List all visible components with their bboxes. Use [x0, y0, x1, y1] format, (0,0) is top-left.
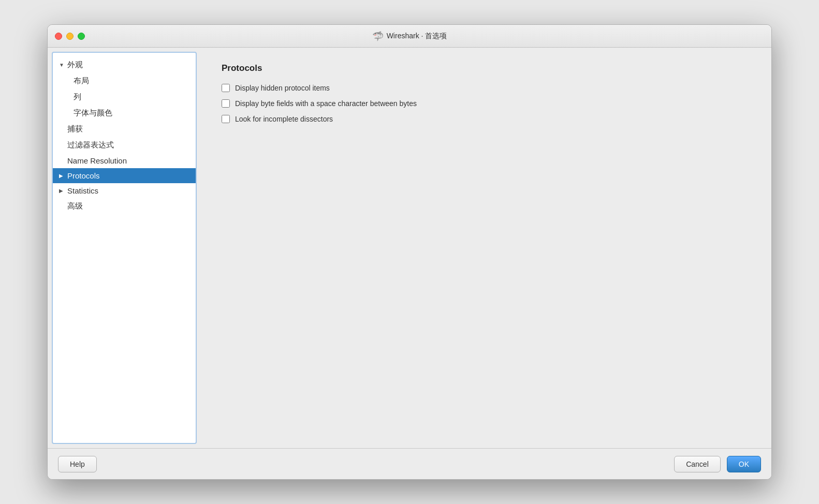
checkbox-row-hidden-protocol: Display hidden protocol items [222, 84, 751, 92]
main-window: 🦈 Wireshark · 首选项 ▼ 外观 布局 列 字体与颜色 [47, 24, 772, 480]
sidebar-item-label: 布局 [74, 76, 89, 86]
checkbox-byte-fields[interactable] [222, 99, 230, 108]
sidebar-item-advanced[interactable]: 高级 [53, 198, 196, 214]
sidebar-item-label: Protocols [67, 171, 189, 180]
window-title: 🦈 Wireshark · 首选项 [372, 31, 447, 42]
checkbox-label-hidden-protocol[interactable]: Display hidden protocol items [235, 84, 330, 92]
sidebar-item-layout[interactable]: 布局 [53, 73, 196, 89]
sidebar-item-label: Statistics [67, 186, 189, 195]
sidebar-item-capture[interactable]: 捕获 [53, 121, 196, 137]
title-text: Wireshark · 首选项 [387, 32, 447, 41]
footer-right-buttons: Cancel OK [674, 456, 761, 472]
sidebar-item-label: 捕获 [67, 124, 189, 134]
checkbox-hidden-protocol[interactable] [222, 84, 230, 92]
sidebar-item-font-colors[interactable]: 字体与颜色 [53, 105, 196, 121]
app-icon: 🦈 [372, 31, 384, 42]
sidebar-item-label: 高级 [67, 201, 189, 211]
chevron-right-icon: ▶ [59, 173, 67, 179]
sidebar-item-label: 过滤器表达式 [67, 140, 189, 150]
checkbox-incomplete-dissectors[interactable] [222, 115, 230, 123]
checkbox-row-byte-fields: Display byte fields with a space charact… [222, 99, 751, 108]
ok-button[interactable]: OK [727, 456, 761, 472]
sidebar-item-label: 字体与颜色 [74, 108, 112, 118]
cancel-button[interactable]: Cancel [674, 456, 721, 472]
sidebar-item-statistics[interactable]: ▶ Statistics [53, 183, 196, 198]
checkbox-row-incomplete-dissectors: Look for incomplete dissectors [222, 115, 751, 123]
sidebar: ▼ 外观 布局 列 字体与颜色 捕获 过滤器表达式 [52, 52, 197, 444]
chevron-right-icon: ▶ [59, 188, 67, 194]
minimize-button[interactable] [66, 33, 74, 40]
sidebar-item-name-resolution[interactable]: Name Resolution [53, 153, 196, 168]
checkbox-label-incomplete-dissectors[interactable]: Look for incomplete dissectors [235, 115, 333, 123]
sidebar-item-appearance[interactable]: ▼ 外观 [53, 57, 196, 73]
window-body: ▼ 外观 布局 列 字体与颜色 捕获 过滤器表达式 [48, 48, 771, 448]
sidebar-item-columns[interactable]: 列 [53, 89, 196, 105]
titlebar: 🦈 Wireshark · 首选项 [48, 25, 771, 48]
chevron-down-icon: ▼ [59, 62, 67, 68]
footer: Help Cancel OK [48, 448, 771, 479]
checkbox-label-byte-fields[interactable]: Display byte fields with a space charact… [235, 99, 417, 108]
sidebar-item-label: 外观 [67, 60, 83, 70]
content-title: Protocols [222, 63, 751, 73]
main-content: Protocols Display hidden protocol items … [201, 48, 771, 448]
sidebar-item-filter-expressions[interactable]: 过滤器表达式 [53, 137, 196, 153]
sidebar-item-label: 列 [74, 92, 81, 102]
sidebar-item-protocols[interactable]: ▶ Protocols [53, 168, 196, 183]
traffic-lights [55, 33, 85, 40]
close-button[interactable] [55, 33, 62, 40]
help-button[interactable]: Help [58, 456, 97, 472]
sidebar-item-label: Name Resolution [67, 156, 189, 165]
maximize-button[interactable] [78, 33, 85, 40]
